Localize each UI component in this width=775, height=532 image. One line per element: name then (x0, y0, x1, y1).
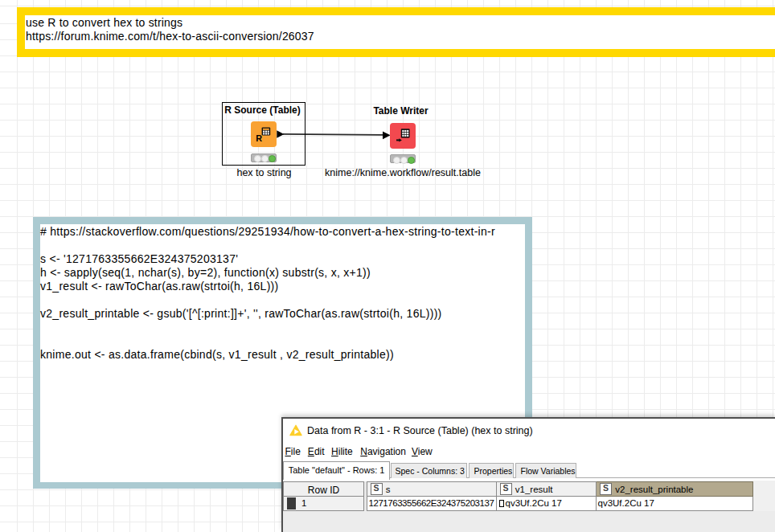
svg-text:R: R (256, 133, 262, 143)
